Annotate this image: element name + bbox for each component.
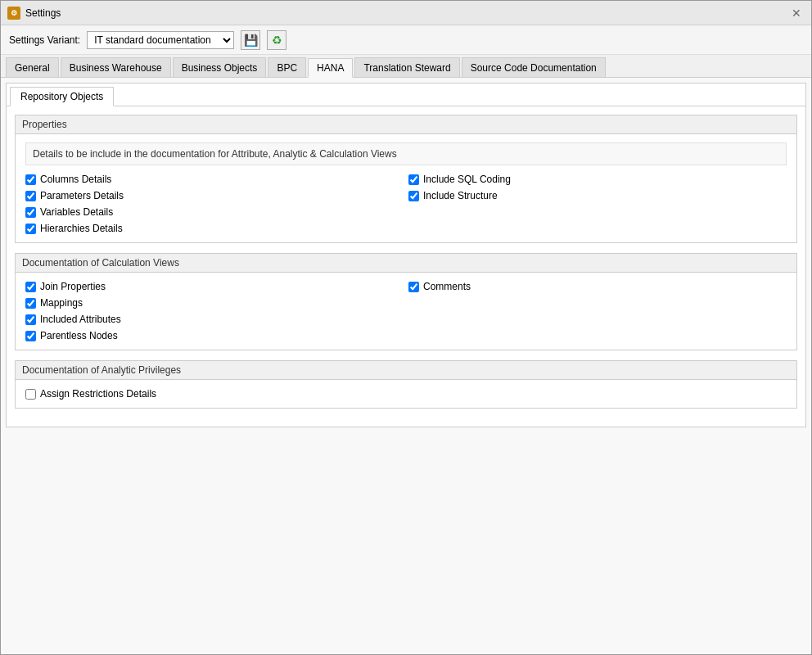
calc-views-checkboxes: Join Properties Mappings Included Attrib… [25, 281, 787, 341]
content-area: Repository Objects Properties Details to… [1, 78, 811, 654]
tab-general[interactable]: General [6, 57, 59, 77]
mappings-label: Mappings [40, 297, 83, 309]
app-icon: ⚙ [7, 7, 20, 20]
calc-views-section: Documentation of Calculation Views Join … [15, 253, 797, 350]
parameters-details-label: Parameters Details [40, 190, 124, 201]
parentless-nodes-checkbox[interactable] [25, 331, 36, 341]
calc-views-col2: Comments [408, 281, 787, 341]
properties-checkboxes: Columns Details Parameters Details Varia… [25, 174, 787, 234]
variables-details-label: Variables Details [40, 206, 113, 218]
sub-tab-bar: Repository Objects [6, 83, 806, 106]
parentless-nodes-label: Parentless Nodes [40, 330, 118, 341]
main-panel: Properties Details to be include in the … [6, 106, 806, 427]
join-properties-item[interactable]: Join Properties [25, 281, 404, 292]
sub-tab-repository-objects[interactable]: Repository Objects [10, 87, 114, 106]
comments-checkbox[interactable] [408, 282, 419, 292]
save-button[interactable]: 💾 [241, 30, 260, 50]
variables-details-checkbox[interactable] [25, 207, 36, 218]
assign-restrictions-details-item[interactable]: Assign Restrictions Details [25, 388, 787, 400]
properties-col2: Include SQL Coding Include Structure [408, 174, 787, 234]
title-bar: ⚙ Settings ✕ [1, 1, 811, 25]
hierarchies-details-item[interactable]: Hierarchies Details [25, 223, 404, 234]
comments-label: Comments [423, 281, 471, 292]
toolbar: Settings Variant: IT standard documentat… [1, 25, 811, 55]
mappings-checkbox[interactable] [25, 298, 36, 309]
calc-views-col1: Join Properties Mappings Included Attrib… [25, 281, 404, 341]
include-sql-coding-item[interactable]: Include SQL Coding [408, 174, 787, 185]
included-attributes-label: Included Attributes [40, 314, 121, 325]
mappings-item[interactable]: Mappings [25, 297, 404, 309]
columns-details-item[interactable]: Columns Details [25, 174, 404, 185]
assign-restrictions-details-checkbox[interactable] [25, 389, 36, 400]
main-window: ⚙ Settings ✕ Settings Variant: IT standa… [0, 0, 812, 655]
include-structure-checkbox[interactable] [408, 191, 419, 201]
calc-views-section-content: Join Properties Mappings Included Attrib… [16, 273, 796, 350]
included-attributes-checkbox[interactable] [25, 314, 36, 325]
join-properties-checkbox[interactable] [25, 282, 36, 292]
tab-hana[interactable]: HANA [308, 58, 353, 78]
calc-views-section-title: Documentation of Calculation Views [16, 254, 796, 273]
analytic-privileges-section-content: Assign Restrictions Details [16, 380, 796, 408]
settings-variant-label: Settings Variant: [9, 34, 80, 46]
columns-details-checkbox[interactable] [25, 174, 36, 185]
parentless-nodes-item[interactable]: Parentless Nodes [25, 330, 404, 341]
window-title: Settings [25, 7, 61, 19]
save-icon: 💾 [244, 34, 258, 47]
tab-bar: General Business Warehouse Business Obje… [1, 55, 811, 78]
tab-bpc[interactable]: BPC [268, 57, 306, 77]
included-attributes-item[interactable]: Included Attributes [25, 314, 404, 325]
tab-business-warehouse[interactable]: Business Warehouse [61, 57, 171, 77]
close-button[interactable]: ✕ [788, 5, 805, 21]
settings-variant-select[interactable]: IT standard documentation [87, 31, 234, 49]
parameters-details-checkbox[interactable] [25, 191, 36, 201]
tab-business-objects[interactable]: Business Objects [173, 57, 267, 77]
analytic-privileges-section-title: Documentation of Analytic Privileges [16, 361, 796, 380]
title-bar-left: ⚙ Settings [7, 7, 61, 20]
properties-description: Details to be include in the documentati… [25, 142, 787, 165]
refresh-icon: ♻ [272, 34, 282, 47]
properties-section: Properties Details to be include in the … [15, 115, 797, 243]
include-sql-coding-label: Include SQL Coding [423, 174, 511, 185]
parameters-details-item[interactable]: Parameters Details [25, 190, 404, 201]
properties-section-content: Details to be include in the documentati… [16, 134, 796, 242]
join-properties-label: Join Properties [40, 281, 106, 292]
tab-source-code[interactable]: Source Code Documentation [462, 57, 606, 77]
properties-section-title: Properties [16, 115, 796, 134]
hierarchies-details-label: Hierarchies Details [40, 223, 123, 234]
properties-col1: Columns Details Parameters Details Varia… [25, 174, 404, 234]
comments-item[interactable]: Comments [408, 281, 787, 292]
include-structure-label: Include Structure [423, 190, 498, 201]
analytic-privileges-section: Documentation of Analytic Privileges Ass… [15, 360, 797, 409]
include-structure-item[interactable]: Include Structure [408, 190, 787, 201]
variables-details-item[interactable]: Variables Details [25, 206, 404, 218]
assign-restrictions-details-label: Assign Restrictions Details [40, 388, 156, 400]
include-sql-coding-checkbox[interactable] [408, 174, 419, 185]
columns-details-label: Columns Details [40, 174, 111, 185]
hierarchies-details-checkbox[interactable] [25, 224, 36, 234]
refresh-button[interactable]: ♻ [267, 30, 286, 50]
tab-translation-steward[interactable]: Translation Steward [354, 57, 459, 77]
